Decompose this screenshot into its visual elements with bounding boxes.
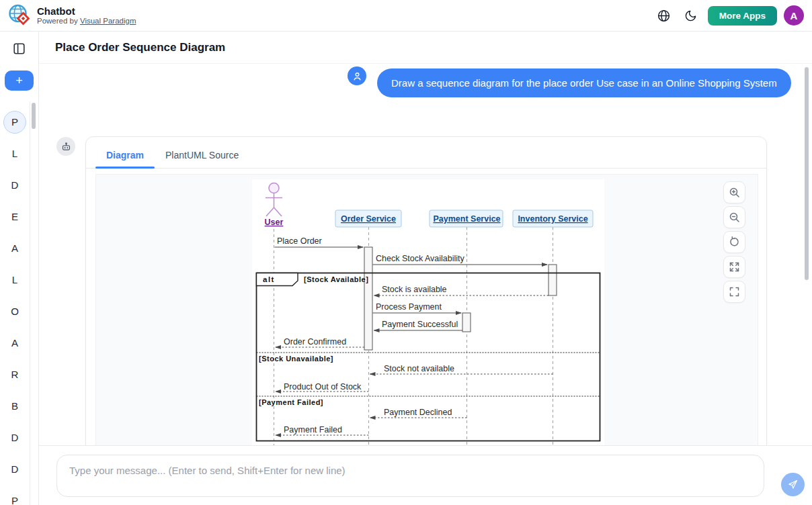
powered-by-prefix: Powered by — [37, 17, 80, 25]
chat-item-label: R — [11, 369, 19, 380]
send-plane-icon — [787, 479, 799, 490]
chat-item-label: P — [11, 495, 18, 505]
moon-icon — [684, 9, 697, 22]
sidebar-scrollbar-track — [30, 101, 30, 505]
chat-scroll-area[interactable]: Draw a sequence diagram for the place or… — [39, 64, 801, 445]
chat-item-label: D — [11, 463, 19, 475]
chat-scrollbar-thumb[interactable] — [805, 67, 809, 280]
label-process-payment: Process Payment — [376, 302, 442, 312]
globe-icon — [657, 9, 671, 23]
guard-stock-available: [Stock Available] — [304, 275, 368, 283]
app-window: Chatbot Powered by Visual Paradigm More … — [0, 0, 812, 505]
chat-item-label: L — [12, 274, 17, 285]
sidebar-chat-item-2[interactable]: D — [0, 169, 30, 201]
sidebar-chat-item-1[interactable]: L — [0, 138, 30, 169]
sidebar-chat-item-12[interactable]: P — [0, 485, 30, 505]
actor-user-label: User — [265, 218, 284, 227]
powered-by-text: Powered by Visual Paradigm — [37, 17, 136, 26]
sidebar-chat-item-8[interactable]: R — [0, 359, 30, 390]
label-stock-available: Stock is available — [382, 285, 447, 294]
diagram-viewport[interactable]: User Order Service Payment Service Inven… — [95, 174, 758, 445]
chat-item-label: D — [11, 179, 19, 191]
fullscreen-brackets-icon — [729, 287, 739, 297]
sidebar-chat-item-4[interactable]: A — [0, 232, 30, 264]
sidebar-scrollbar-thumb[interactable] — [32, 103, 36, 129]
visual-paradigm-logo-icon — [8, 3, 32, 28]
chat-item-label: D — [11, 432, 19, 443]
guard-payment-failed: [Payment Failed] — [259, 398, 323, 406]
participant-payment-service: Payment Service — [433, 214, 500, 224]
sidebar-chat-item-0[interactable]: P — [0, 106, 30, 138]
header-actions: More Apps A — [654, 5, 804, 26]
diagram-zoom-controls — [723, 181, 745, 303]
response-tabs: Diagram PlantUML Source — [86, 137, 766, 169]
reset-view-button[interactable] — [723, 231, 745, 253]
zoom-out-icon — [729, 212, 740, 223]
bot-response-card: Diagram PlantUML Source — [85, 136, 767, 445]
zoom-out-button[interactable] — [723, 206, 745, 228]
page-title-bar: Place Order Sequence Diagram — [39, 32, 812, 64]
sidebar-chat-item-11[interactable]: D — [0, 453, 30, 485]
sidebar-panel-icon — [13, 43, 25, 54]
fullscreen-button[interactable] — [723, 281, 745, 303]
sidebar-chat-item-10[interactable]: D — [0, 422, 30, 453]
label-payment-declined: Payment Declined — [384, 408, 452, 417]
actor-user — [266, 183, 282, 217]
message-input[interactable] — [56, 455, 764, 497]
zoom-in-button[interactable] — [723, 181, 745, 203]
person-icon — [352, 71, 363, 82]
zoom-in-icon — [729, 187, 740, 198]
guard-stock-unavailable: [Stock Unavailable] — [259, 355, 333, 363]
label-order-confirmed: Order Confirmed — [284, 337, 346, 347]
sidebar-chat-item-7[interactable]: A — [0, 327, 30, 359]
sequence-diagram: User Order Service Payment Service Inven… — [252, 179, 604, 445]
chat-item-label: P — [11, 116, 18, 128]
send-button[interactable] — [781, 473, 805, 496]
sidebar-chat-item-3[interactable]: E — [0, 201, 30, 232]
participant-order-service: Order Service — [341, 214, 396, 224]
expand-arrows-icon — [729, 262, 739, 272]
sidebar-toggle-button[interactable] — [9, 39, 28, 58]
chat-history-list: P L D E A L O A R B D D P — [0, 106, 30, 505]
tab-diagram[interactable]: Diagram — [95, 143, 155, 168]
user-account-avatar[interactable]: A — [784, 5, 804, 26]
sidebar-chat-item-5[interactable]: L — [0, 264, 30, 295]
top-header: Chatbot Powered by Visual Paradigm More … — [0, 0, 812, 32]
chat-item-label: E — [11, 211, 18, 222]
expand-button[interactable] — [723, 256, 745, 278]
label-product-out-of-stock: Product Out of Stock — [284, 382, 362, 392]
page-title: Place Order Sequence Diagram — [55, 41, 225, 54]
visual-paradigm-link[interactable]: Visual Paradigm — [80, 17, 136, 25]
frame-operator: alt — [263, 275, 275, 283]
label-stock-not-available: Stock not available — [384, 364, 454, 373]
sidebar-chat-item-9[interactable]: B — [0, 390, 30, 422]
participant-inventory-service: Inventory Service — [518, 214, 587, 224]
message-composer — [39, 445, 812, 505]
chat-item-label: L — [12, 148, 17, 159]
sidebar-chat-item-6[interactable]: O — [0, 295, 30, 327]
label-check-stock: Check Stock Availability — [376, 254, 465, 263]
user-message-bubble: Draw a sequence diagram for the place or… — [377, 68, 791, 97]
dark-mode-button[interactable] — [681, 5, 701, 26]
tab-plantuml-source[interactable]: PlantUML Source — [155, 143, 249, 168]
user-message-avatar — [348, 66, 366, 85]
new-chat-button[interactable]: + — [5, 71, 34, 91]
chat-item-label: B — [11, 400, 18, 412]
label-place-order: Place Order — [277, 236, 322, 246]
label-payment-failed: Payment Failed — [284, 425, 342, 434]
reset-icon — [729, 236, 740, 248]
app-title-block: Chatbot Powered by Visual Paradigm — [37, 5, 136, 26]
chat-item-label: A — [11, 242, 18, 254]
sequence-diagram-canvas: User Order Service Payment Service Inven… — [252, 179, 604, 445]
robot-icon — [60, 141, 72, 152]
chat-item-label: A — [11, 337, 18, 349]
bot-message-avatar — [56, 137, 75, 156]
label-payment-successful: Payment Successful — [382, 320, 458, 329]
app-title: Chatbot — [37, 5, 136, 17]
language-button[interactable] — [654, 5, 674, 26]
more-apps-button[interactable]: More Apps — [708, 6, 777, 26]
sidebar: + P L D E A L O A R B D D P — [0, 32, 39, 505]
chat-item-label: O — [11, 306, 19, 317]
